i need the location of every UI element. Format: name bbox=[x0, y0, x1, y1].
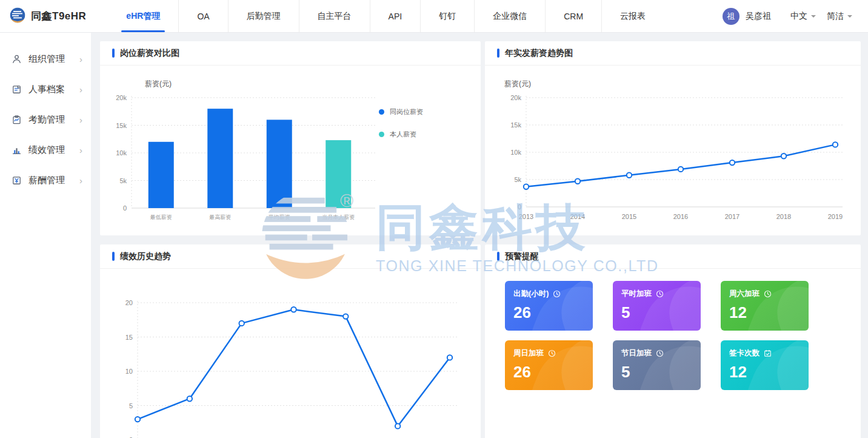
salary-compare-bar-chart: 05k10k15k20k最低薪资最高薪资平均薪资当月本人薪资 bbox=[100, 89, 379, 224]
legend-dot-icon bbox=[379, 132, 384, 137]
panel-salary-compare: 岗位薪资对比图 薪资(元) 05k10k15k20k最低薪资最高薪资平均薪资当月… bbox=[100, 41, 481, 235]
title-accent-bar bbox=[112, 49, 115, 58]
main-content: 岗位薪资对比图 薪资(元) 05k10k15k20k最低薪资最高薪资平均薪资当月… bbox=[91, 33, 868, 438]
nav-tab-6[interactable]: 钉钉 bbox=[421, 0, 475, 32]
svg-text:平均薪资: 平均薪资 bbox=[269, 214, 290, 220]
panel-head: 年实发薪资趋势图 bbox=[485, 41, 861, 66]
card-value: 5 bbox=[621, 363, 692, 382]
panel-performance-trend: 绩效历史趋势 05101520星期一星期二星期三星期四星期五星期六星期天 bbox=[100, 244, 481, 438]
svg-text:5k: 5k bbox=[514, 176, 521, 183]
legend-label: 本人薪资 bbox=[390, 130, 416, 139]
clock-icon bbox=[553, 290, 561, 298]
svg-text:5: 5 bbox=[129, 402, 133, 409]
clock-icon bbox=[548, 349, 556, 357]
alert-card-5: 节日加班5 bbox=[613, 340, 701, 390]
alert-cards: 出勤(小时)26平时加班5周六加班12周日加班26节日加班5签卡次数12 bbox=[485, 269, 861, 390]
sidebar-item-label: 绩效管理 bbox=[28, 144, 79, 156]
nav-tab-2[interactable]: OA bbox=[179, 0, 228, 32]
card-label: 周日加班 bbox=[513, 348, 544, 359]
card-label: 签卡次数 bbox=[729, 348, 760, 359]
chart-legend: 同岗位薪资本人薪资 bbox=[379, 89, 464, 224]
calendar-icon bbox=[764, 349, 772, 357]
svg-text:20: 20 bbox=[125, 299, 133, 306]
brand-logo-icon bbox=[10, 7, 25, 25]
bar-chart-icon bbox=[11, 144, 22, 155]
panel-title: 绩效历史趋势 bbox=[120, 251, 171, 262]
svg-text:10: 10 bbox=[125, 368, 133, 375]
svg-text:2018: 2018 bbox=[776, 213, 791, 220]
svg-text:2016: 2016 bbox=[673, 213, 688, 220]
app-logo[interactable]: 同鑫T9eHR bbox=[0, 7, 97, 25]
avatar[interactable]: 祖 bbox=[723, 8, 739, 25]
legend-dot-icon bbox=[379, 109, 384, 115]
svg-text:2015: 2015 bbox=[622, 213, 636, 220]
legend-item[interactable]: 同岗位薪资 bbox=[379, 107, 464, 116]
salary-icon bbox=[11, 175, 22, 186]
y-axis-label: 薪资(元) bbox=[504, 79, 861, 89]
user-icon bbox=[11, 53, 22, 64]
clipboard-icon bbox=[11, 114, 22, 125]
nav-tab-7[interactable]: 企业微信 bbox=[475, 0, 546, 32]
nav-tab-3[interactable]: 后勤管理 bbox=[229, 0, 299, 32]
sidebar-item-4[interactable]: 绩效管理› bbox=[0, 135, 91, 165]
user-name[interactable]: 吴彦祖 bbox=[746, 11, 771, 22]
app-title: 同鑫T9eHR bbox=[31, 9, 86, 23]
card-value: 5 bbox=[621, 303, 692, 322]
card-label: 平时加班 bbox=[621, 289, 652, 299]
nav-tab-9[interactable]: 云报表 bbox=[602, 0, 664, 32]
svg-text:0: 0 bbox=[518, 203, 521, 211]
svg-text:2013: 2013 bbox=[519, 213, 533, 220]
clock-icon bbox=[764, 290, 772, 298]
chevron-right-icon: › bbox=[79, 84, 82, 95]
sidebar-item-2[interactable]: 人事档案› bbox=[0, 74, 91, 104]
sidebar-item-1[interactable]: 组织管理› bbox=[0, 44, 91, 74]
chevron-right-icon: › bbox=[79, 175, 82, 186]
language-select[interactable]: 中文 bbox=[790, 11, 816, 22]
sidebar-item-label: 人事档案 bbox=[28, 84, 79, 95]
theme-select[interactable]: 简洁 bbox=[827, 11, 852, 22]
y-axis-label: 薪资(元) bbox=[145, 79, 481, 89]
legend-item[interactable]: 本人薪资 bbox=[379, 130, 464, 139]
svg-text:2019: 2019 bbox=[828, 213, 843, 220]
clock-icon bbox=[656, 349, 664, 357]
nav-tab-4[interactable]: 自主平台 bbox=[299, 0, 370, 32]
nav-tabs: eHR管理OA后勤管理自主平台API钉钉企业微信CRM云报表 bbox=[108, 0, 664, 32]
panel-head: 岗位薪资对比图 bbox=[100, 41, 481, 66]
panel-title: 预警提醒 bbox=[505, 251, 539, 262]
title-accent-bar bbox=[112, 252, 115, 261]
title-accent-bar bbox=[497, 252, 499, 261]
card-label: 周六加班 bbox=[729, 289, 760, 299]
sidebar-item-3[interactable]: 考勤管理› bbox=[0, 104, 91, 135]
nav-tab-8[interactable]: CRM bbox=[546, 0, 602, 32]
svg-text:10k: 10k bbox=[510, 149, 521, 156]
svg-text:5k: 5k bbox=[119, 177, 127, 184]
alert-card-4: 周日加班26 bbox=[505, 340, 593, 390]
card-value: 26 bbox=[513, 363, 584, 382]
svg-text:10k: 10k bbox=[116, 149, 127, 157]
svg-text:当月本人薪资: 当月本人薪资 bbox=[322, 214, 355, 220]
sidebar-item-5[interactable]: 薪酬管理› bbox=[0, 165, 91, 195]
svg-text:20k: 20k bbox=[116, 94, 127, 101]
panel-head: 绩效历史趋势 bbox=[100, 244, 481, 269]
nav-tab-1[interactable]: eHR管理 bbox=[108, 0, 179, 32]
sidebar-item-label: 考勤管理 bbox=[28, 114, 79, 126]
sidebar-item-label: 薪酬管理 bbox=[28, 175, 79, 186]
svg-text:20k: 20k bbox=[510, 94, 521, 101]
performance-trend-line-chart: 05101520星期一星期二星期三星期四星期五星期六星期天 bbox=[107, 294, 468, 438]
alert-card-3: 周六加班12 bbox=[721, 281, 809, 331]
chevron-down-icon bbox=[811, 15, 816, 20]
svg-text:15k: 15k bbox=[116, 122, 127, 129]
language-label: 中文 bbox=[790, 11, 807, 22]
salary-trend-line-chart: 05k10k15k20k2013201420152016201720182019 bbox=[496, 89, 853, 224]
title-accent-bar bbox=[497, 49, 499, 58]
card-value: 12 bbox=[729, 363, 800, 382]
svg-text:最低薪资: 最低薪资 bbox=[150, 214, 172, 220]
panel-title: 年实发薪资趋势图 bbox=[505, 48, 573, 59]
svg-text:2014: 2014 bbox=[570, 213, 585, 220]
card-label: 出勤(小时) bbox=[513, 289, 549, 299]
nav-tab-5[interactable]: API bbox=[370, 0, 421, 32]
card-value: 26 bbox=[513, 303, 584, 322]
legend-label: 同岗位薪资 bbox=[390, 107, 423, 116]
chevron-right-icon: › bbox=[79, 115, 82, 125]
card-value: 12 bbox=[729, 303, 800, 322]
